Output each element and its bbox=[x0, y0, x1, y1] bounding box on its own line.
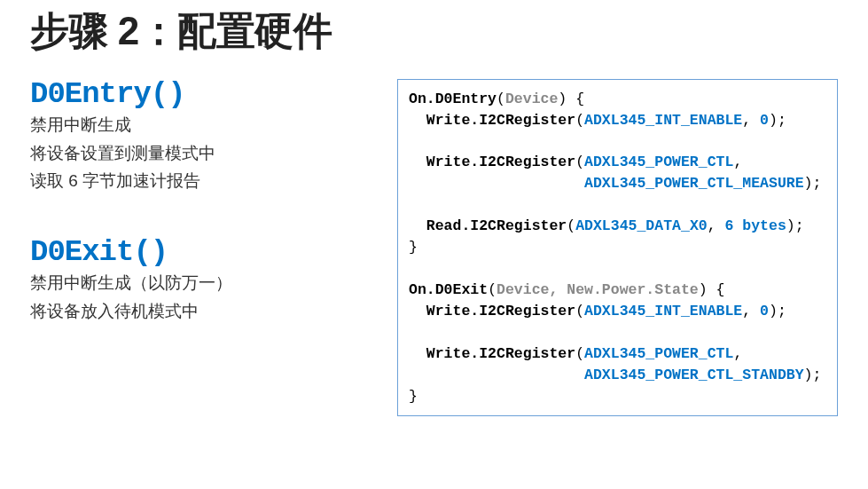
code-entry-l1-call: Write.I2CRegister bbox=[426, 112, 575, 129]
d0exit-line2: 将设备放入待机模式中 bbox=[30, 298, 376, 324]
code-entry-l2-arg1: ADXL345_POWER_CTL bbox=[584, 154, 733, 170]
d0entry-line2: 将设备设置到测量模式中 bbox=[30, 140, 376, 166]
code-entry-l3-arg1: ADXL345_DATA_X0 bbox=[575, 217, 708, 234]
code-entry-l2-arg2: ADXL345_POWER_CTL_MEASURE bbox=[584, 175, 804, 192]
code-entry-l2-call: Write.I2CRegister bbox=[426, 154, 575, 170]
code-entry-l3-call: Read.I2CRegister bbox=[426, 217, 567, 234]
d0exit-line1: 禁用中断生成（以防万一） bbox=[30, 270, 376, 296]
code-entry-param: Device bbox=[505, 91, 558, 107]
d0exit-heading: D0Exit() bbox=[30, 237, 376, 269]
code-entry-l1-arg1: ADXL345_INT_ENABLE bbox=[584, 112, 742, 129]
slide: 步骤 2：配置硬件 D0Entry() 禁用中断生成 将设备设置到测量模式中 读… bbox=[0, 0, 868, 489]
code-box: On.D0Entry(Device) { Write.I2CRegister(A… bbox=[397, 79, 838, 417]
left-column: D0Entry() 禁用中断生成 将设备设置到测量模式中 读取 6 字节加速计报… bbox=[30, 79, 376, 417]
code-entry-l3-arg2: 6 bytes bbox=[725, 217, 786, 234]
d0entry-line3: 读取 6 字节加速计报告 bbox=[30, 168, 376, 193]
content-row: D0Entry() 禁用中断生成 将设备设置到测量模式中 读取 6 字节加速计报… bbox=[30, 79, 838, 417]
d0entry-block: D0Entry() 禁用中断生成 将设备设置到测量模式中 读取 6 字节加速计报… bbox=[30, 79, 376, 194]
code-entry-fn: On.D0Entry bbox=[409, 91, 497, 107]
code-exit-param: Device, New.Power.State bbox=[497, 281, 699, 298]
code-entry-l1-arg2: 0 bbox=[760, 112, 769, 129]
code-exit-l2-call: Write.I2CRegister bbox=[426, 345, 575, 362]
code-exit-l1-arg1: ADXL345_INT_ENABLE bbox=[584, 303, 742, 319]
code-exit-l2-arg1: ADXL345_POWER_CTL bbox=[584, 345, 733, 362]
code-exit-fn: On.D0Exit bbox=[409, 281, 488, 298]
code-exit-l1-arg2: 0 bbox=[760, 303, 769, 319]
d0entry-line1: 禁用中断生成 bbox=[30, 112, 376, 138]
slide-title: 步骤 2：配置硬件 bbox=[30, 9, 838, 54]
d0exit-block: D0Exit() 禁用中断生成（以防万一） 将设备放入待机模式中 bbox=[30, 237, 376, 325]
d0entry-heading: D0Entry() bbox=[30, 79, 376, 111]
right-column: On.D0Entry(Device) { Write.I2CRegister(A… bbox=[397, 79, 838, 417]
code-exit-l2-arg2: ADXL345_POWER_CTL_STANDBY bbox=[584, 367, 804, 383]
code-exit-l1-call: Write.I2CRegister bbox=[426, 303, 575, 319]
